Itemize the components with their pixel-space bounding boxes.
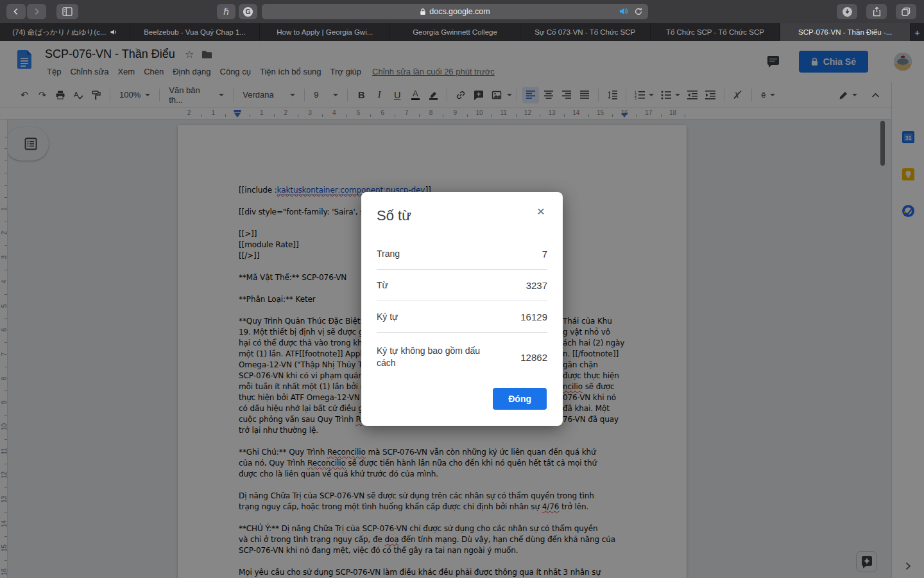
- browser-tab[interactable]: Tổ Chức SCP - Tổ Chức SCP: [651, 23, 781, 41]
- word-count-row: Ký tự không bao gồm dấu cách12862: [377, 333, 547, 381]
- stat-value: 7: [542, 249, 547, 259]
- tab-audio-playing-icon[interactable]: [619, 6, 628, 16]
- close-dialog-button[interactable]: Đóng: [493, 388, 547, 410]
- stat-label: Ký tự: [377, 311, 495, 323]
- sidebar-icon: [62, 7, 73, 16]
- stat-label: Từ: [377, 279, 495, 292]
- tab-label: Beelzebub - Vua Quỷ Chap 1...: [144, 28, 246, 36]
- tab-label: Tổ Chức SCP - Tổ Chức SCP: [666, 28, 764, 36]
- reload-icon[interactable]: [634, 7, 643, 16]
- svg-text:G: G: [245, 8, 250, 15]
- tab-bar: (74) 命ばっかり / ぬゆり(c...Beelzebub - Vua Quỷ…: [0, 23, 924, 41]
- tab-label: How to Apply | Georgia Gwi...: [277, 28, 373, 36]
- word-count-row: Từ3237: [377, 270, 547, 301]
- extension-g-button[interactable]: G: [239, 4, 257, 19]
- dialog-title: Số từ: [377, 207, 547, 224]
- word-count-row: Trang7: [377, 238, 547, 270]
- new-tab-button[interactable]: +: [911, 23, 924, 41]
- browser-tab[interactable]: SCP-076-VN - Thần Điểu -...: [780, 23, 911, 41]
- stat-value: 3237: [526, 280, 547, 291]
- tab-label: SCP-076-VN - Thần Điểu -...: [798, 28, 892, 36]
- address-bar[interactable]: docs.google.com: [262, 4, 648, 19]
- browser-tab[interactable]: Georgia Gwinnett College: [390, 23, 520, 41]
- word-count-rows: Trang7Từ3237Ký tự16129Ký tự không bao gồ…: [377, 238, 547, 381]
- browser-tab[interactable]: (74) 命ばっかり / ぬゆり(c...: [0, 23, 130, 41]
- stat-label: Trang: [377, 248, 495, 260]
- extension-h-glyph: ℏ: [223, 6, 229, 17]
- browser-tab[interactable]: How to Apply | Georgia Gwi...: [260, 23, 390, 41]
- word-count-row: Ký tự16129: [377, 301, 547, 333]
- tab-label: Sự Cố 073-VN - Tổ Chức SCP: [535, 28, 635, 36]
- url-text: docs.google.com: [429, 7, 490, 16]
- extension-g-icon: G: [243, 6, 253, 17]
- downloads-button[interactable]: [837, 4, 857, 19]
- extension-h-button[interactable]: ℏ: [217, 4, 235, 19]
- stat-label: Ký tự không bao gồm dấu cách: [377, 345, 495, 369]
- tab-label: Georgia Gwinnett College: [413, 28, 497, 36]
- stat-value: 16129: [520, 311, 547, 322]
- tab-audio-icon[interactable]: [110, 28, 117, 36]
- share-button-macos[interactable]: [866, 4, 887, 19]
- word-count-dialog: Số từ × Trang7Từ3237Ký tự16129Ký tự khôn…: [361, 192, 563, 426]
- forward-button[interactable]: [27, 4, 46, 19]
- share-icon: [872, 6, 882, 17]
- browser-toolbar: ℏ G docs.google.com: [0, 0, 924, 23]
- tab-overview-button[interactable]: [896, 4, 916, 19]
- stat-value: 12862: [520, 352, 547, 363]
- browser-tab[interactable]: Sự Cố 073-VN - Tổ Chức SCP: [520, 23, 651, 41]
- chevron-left-icon: [12, 7, 21, 16]
- tabs-overview-icon: [901, 6, 911, 17]
- back-button[interactable]: [6, 4, 26, 19]
- chevron-right-icon: [32, 7, 41, 16]
- tab-label: (74) 命ばっかり / ぬゆり(c...: [12, 28, 106, 37]
- lock-icon: [420, 8, 426, 15]
- close-icon[interactable]: ×: [532, 202, 550, 220]
- browser-tab[interactable]: Beelzebub - Vua Quỷ Chap 1...: [130, 23, 261, 41]
- sidebar-toggle-button[interactable]: [56, 4, 78, 19]
- download-icon: [842, 6, 853, 17]
